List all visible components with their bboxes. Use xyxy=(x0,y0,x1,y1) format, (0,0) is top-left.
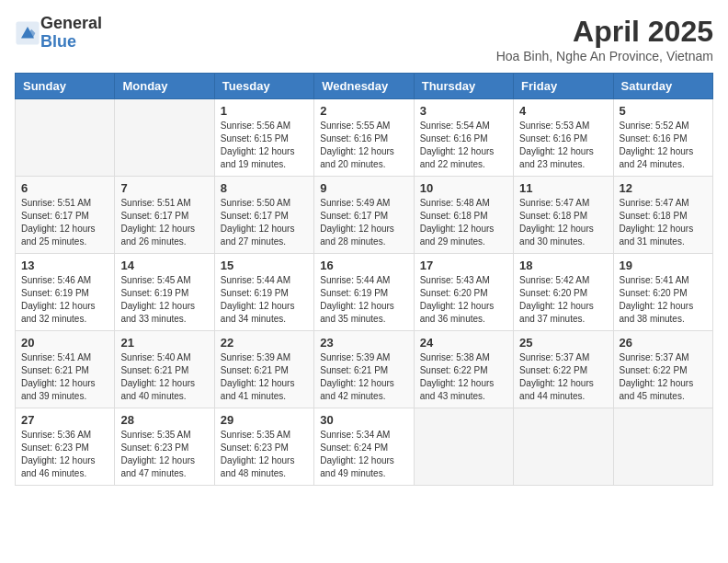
calendar-day-cell: 20Sunrise: 5:41 AM Sunset: 6:21 PM Dayli… xyxy=(16,331,115,408)
calendar-day-cell: 4Sunrise: 5:53 AM Sunset: 6:16 PM Daylig… xyxy=(514,99,613,177)
day-number: 9 xyxy=(320,181,407,195)
calendar-day-cell: 29Sunrise: 5:35 AM Sunset: 6:23 PM Dayli… xyxy=(214,408,313,486)
day-info: Sunrise: 5:41 AM Sunset: 6:20 PM Dayligh… xyxy=(620,274,707,326)
day-number: 17 xyxy=(420,259,507,272)
calendar-day-cell: 12Sunrise: 5:47 AM Sunset: 6:18 PM Dayli… xyxy=(613,177,712,254)
day-info: Sunrise: 5:40 AM Sunset: 6:21 PM Dayligh… xyxy=(120,351,208,403)
calendar-day-cell: 3Sunrise: 5:54 AM Sunset: 6:16 PM Daylig… xyxy=(414,99,513,177)
calendar-week-row: 13Sunrise: 5:46 AM Sunset: 6:19 PM Dayli… xyxy=(16,254,713,331)
day-number: 30 xyxy=(320,413,407,427)
day-number: 5 xyxy=(620,104,707,118)
day-info: Sunrise: 5:51 AM Sunset: 6:17 PM Dayligh… xyxy=(21,197,108,248)
calendar-day-cell xyxy=(414,408,513,486)
calendar-day-cell: 22Sunrise: 5:39 AM Sunset: 6:21 PM Dayli… xyxy=(214,331,313,408)
calendar-day-cell: 18Sunrise: 5:42 AM Sunset: 6:20 PM Dayli… xyxy=(514,254,613,331)
calendar-day-cell: 30Sunrise: 5:34 AM Sunset: 6:24 PM Dayli… xyxy=(314,408,414,486)
day-number: 23 xyxy=(320,336,407,350)
day-info: Sunrise: 5:53 AM Sunset: 6:16 PM Dayligh… xyxy=(519,120,607,171)
calendar-day-cell: 21Sunrise: 5:40 AM Sunset: 6:21 PM Dayli… xyxy=(115,331,214,408)
calendar-day-header: Wednesday xyxy=(314,74,414,99)
logo-blue-text: Blue xyxy=(40,32,76,51)
title-area: April 2025 Hoa Binh, Nghe An Province, V… xyxy=(496,15,713,63)
calendar-week-row: 1Sunrise: 5:56 AM Sunset: 6:15 PM Daylig… xyxy=(16,99,713,177)
calendar-day-cell: 5Sunrise: 5:52 AM Sunset: 6:16 PM Daylig… xyxy=(613,99,712,177)
day-number: 19 xyxy=(620,259,707,272)
day-number: 20 xyxy=(21,336,108,350)
day-info: Sunrise: 5:44 AM Sunset: 6:19 PM Dayligh… xyxy=(320,274,407,326)
day-info: Sunrise: 5:51 AM Sunset: 6:17 PM Dayligh… xyxy=(120,197,208,248)
day-info: Sunrise: 5:34 AM Sunset: 6:24 PM Dayligh… xyxy=(320,429,407,480)
day-info: Sunrise: 5:37 AM Sunset: 6:22 PM Dayligh… xyxy=(519,351,607,403)
day-info: Sunrise: 5:47 AM Sunset: 6:18 PM Dayligh… xyxy=(620,197,707,248)
calendar-day-cell: 13Sunrise: 5:46 AM Sunset: 6:19 PM Dayli… xyxy=(16,254,115,331)
day-number: 2 xyxy=(320,104,407,118)
calendar-day-header: Thursday xyxy=(414,74,513,99)
day-info: Sunrise: 5:56 AM Sunset: 6:15 PM Dayligh… xyxy=(221,120,308,171)
day-number: 7 xyxy=(120,181,208,195)
calendar-day-header: Saturday xyxy=(613,74,712,99)
logo-general-text: General xyxy=(40,14,102,32)
calendar-day-cell: 17Sunrise: 5:43 AM Sunset: 6:20 PM Dayli… xyxy=(414,254,513,331)
calendar-header: SundayMondayTuesdayWednesdayThursdayFrid… xyxy=(16,74,713,99)
calendar-day-cell xyxy=(613,408,712,486)
day-info: Sunrise: 5:35 AM Sunset: 6:23 PM Dayligh… xyxy=(221,429,308,480)
day-number: 28 xyxy=(120,413,208,427)
day-number: 29 xyxy=(221,413,308,427)
calendar-week-row: 20Sunrise: 5:41 AM Sunset: 6:21 PM Dayli… xyxy=(16,331,713,408)
day-number: 8 xyxy=(221,181,308,195)
day-info: Sunrise: 5:38 AM Sunset: 6:22 PM Dayligh… xyxy=(420,351,507,403)
day-info: Sunrise: 5:39 AM Sunset: 6:21 PM Dayligh… xyxy=(320,351,407,403)
calendar-day-cell: 1Sunrise: 5:56 AM Sunset: 6:15 PM Daylig… xyxy=(214,99,313,177)
calendar-day-header: Sunday xyxy=(16,74,115,99)
calendar-day-cell: 24Sunrise: 5:38 AM Sunset: 6:22 PM Dayli… xyxy=(414,331,513,408)
day-info: Sunrise: 5:35 AM Sunset: 6:23 PM Dayligh… xyxy=(120,429,208,480)
day-number: 6 xyxy=(21,181,108,195)
logo: General Blue xyxy=(15,15,102,52)
day-number: 12 xyxy=(620,181,707,195)
day-info: Sunrise: 5:49 AM Sunset: 6:17 PM Dayligh… xyxy=(320,197,407,248)
day-info: Sunrise: 5:41 AM Sunset: 6:21 PM Dayligh… xyxy=(21,351,108,403)
day-number: 10 xyxy=(420,181,507,195)
day-info: Sunrise: 5:47 AM Sunset: 6:18 PM Dayligh… xyxy=(519,197,607,248)
calendar-day-header: Monday xyxy=(115,74,214,99)
day-info: Sunrise: 5:52 AM Sunset: 6:16 PM Dayligh… xyxy=(620,120,707,171)
day-number: 24 xyxy=(420,336,507,350)
day-info: Sunrise: 5:37 AM Sunset: 6:22 PM Dayligh… xyxy=(620,351,707,403)
day-number: 25 xyxy=(519,336,607,350)
day-info: Sunrise: 5:43 AM Sunset: 6:20 PM Dayligh… xyxy=(420,274,507,326)
day-number: 26 xyxy=(620,336,707,350)
calendar-table: SundayMondayTuesdayWednesdayThursdayFrid… xyxy=(15,73,713,486)
day-number: 18 xyxy=(519,259,607,272)
calendar-body: 1Sunrise: 5:56 AM Sunset: 6:15 PM Daylig… xyxy=(16,99,713,486)
day-number: 1 xyxy=(221,104,308,118)
header: General Blue April 2025 Hoa Binh, Nghe A… xyxy=(15,15,713,63)
calendar-day-cell: 27Sunrise: 5:36 AM Sunset: 6:23 PM Dayli… xyxy=(16,408,115,486)
calendar-day-cell: 8Sunrise: 5:50 AM Sunset: 6:17 PM Daylig… xyxy=(214,177,313,254)
day-number: 21 xyxy=(120,336,208,350)
calendar-day-cell: 16Sunrise: 5:44 AM Sunset: 6:19 PM Dayli… xyxy=(314,254,414,331)
calendar-title: April 2025 xyxy=(496,15,713,49)
calendar-subtitle: Hoa Binh, Nghe An Province, Vietnam xyxy=(496,49,713,63)
calendar-day-cell: 15Sunrise: 5:44 AM Sunset: 6:19 PM Dayli… xyxy=(214,254,313,331)
day-number: 22 xyxy=(221,336,308,350)
calendar-day-cell: 28Sunrise: 5:35 AM Sunset: 6:23 PM Dayli… xyxy=(115,408,214,486)
calendar-day-cell xyxy=(514,408,613,486)
calendar-day-cell: 23Sunrise: 5:39 AM Sunset: 6:21 PM Dayli… xyxy=(314,331,414,408)
calendar-day-cell xyxy=(16,99,115,177)
day-number: 13 xyxy=(21,259,108,272)
calendar-day-cell: 19Sunrise: 5:41 AM Sunset: 6:20 PM Dayli… xyxy=(613,254,712,331)
calendar-day-cell: 14Sunrise: 5:45 AM Sunset: 6:19 PM Dayli… xyxy=(115,254,214,331)
day-number: 27 xyxy=(21,413,108,427)
day-number: 4 xyxy=(519,104,607,118)
calendar-header-row: SundayMondayTuesdayWednesdayThursdayFrid… xyxy=(16,74,713,99)
calendar-day-header: Friday xyxy=(514,74,613,99)
day-info: Sunrise: 5:48 AM Sunset: 6:18 PM Dayligh… xyxy=(420,197,507,248)
calendar-day-cell xyxy=(115,99,214,177)
calendar-day-cell: 26Sunrise: 5:37 AM Sunset: 6:22 PM Dayli… xyxy=(613,331,712,408)
calendar-day-cell: 11Sunrise: 5:47 AM Sunset: 6:18 PM Dayli… xyxy=(514,177,613,254)
calendar-week-row: 27Sunrise: 5:36 AM Sunset: 6:23 PM Dayli… xyxy=(16,408,713,486)
day-info: Sunrise: 5:42 AM Sunset: 6:20 PM Dayligh… xyxy=(519,274,607,326)
calendar-day-cell: 2Sunrise: 5:55 AM Sunset: 6:16 PM Daylig… xyxy=(314,99,414,177)
calendar-day-header: Tuesday xyxy=(214,74,313,99)
calendar-day-cell: 9Sunrise: 5:49 AM Sunset: 6:17 PM Daylig… xyxy=(314,177,414,254)
